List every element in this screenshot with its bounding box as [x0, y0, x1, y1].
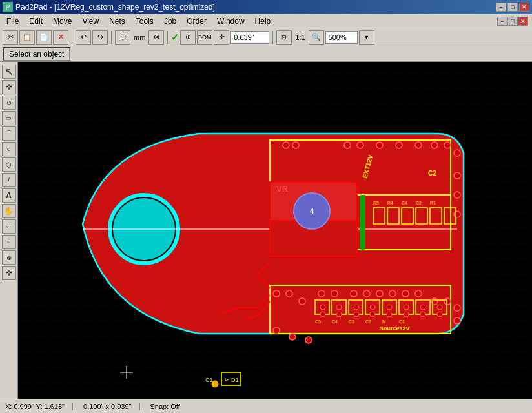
- separator-2: [111, 31, 112, 44]
- svg-point-60: [336, 305, 342, 310]
- menu-job[interactable]: Job: [159, 15, 181, 27]
- svg-point-79: [420, 312, 425, 317]
- svg-point-46: [331, 290, 338, 297]
- line-tool-button[interactable]: /: [2, 173, 16, 187]
- crosshair-button[interactable]: ✛: [214, 30, 229, 45]
- coordinates-label: X: 0.999" Y: 1.613": [5, 403, 65, 410]
- redo-button[interactable]: ↪: [92, 30, 108, 45]
- verify-button[interactable]: ⊕: [180, 30, 196, 45]
- hand-tool-button[interactable]: ✋: [2, 204, 16, 218]
- menu-move[interactable]: Move: [48, 15, 77, 27]
- svg-point-28: [454, 172, 460, 179]
- canvas-area[interactable]: 4 VR EXT12V C2: [18, 62, 532, 399]
- svg-point-24: [415, 142, 422, 148]
- svg-point-70: [404, 305, 409, 310]
- measure-tool-button[interactable]: ↔: [2, 219, 16, 234]
- undo-button[interactable]: ↩: [76, 30, 91, 45]
- drill-size-input[interactable]: [230, 31, 269, 44]
- separator-1: [72, 31, 72, 44]
- svg-point-54: [444, 298, 451, 305]
- arc-tool-button[interactable]: ⌒: [2, 126, 16, 141]
- svg-text:R4: R4: [387, 201, 393, 205]
- zoom-dropdown-button[interactable]: ▼: [359, 30, 374, 45]
- bom-button[interactable]: BOM: [197, 30, 212, 45]
- menu-window[interactable]: Window: [212, 15, 250, 27]
- circle-tool-button[interactable]: ○: [2, 142, 16, 156]
- svg-point-27: [454, 150, 460, 156]
- paste-button[interactable]: 📄: [36, 30, 52, 45]
- menu-order[interactable]: Order: [181, 15, 212, 27]
- delete-button[interactable]: ✕: [53, 30, 68, 45]
- menu-edit[interactable]: Edit: [24, 15, 48, 27]
- status-bar-bottom: X: 0.999" Y: 1.613" 0.100" x 0.039" Snap…: [0, 399, 532, 413]
- select-object-button[interactable]: Select an object: [3, 47, 70, 61]
- zoom-magnify-button[interactable]: 🔍: [309, 30, 324, 45]
- svg-point-76: [370, 312, 375, 317]
- svg-text:C4: C4: [402, 201, 407, 205]
- toolbar: ✂ 📋 📄 ✕ ↩ ↪ ⊞ mm ⊗ ✓ ⊕ BOM ✛ ⊡ 1:1 🔍 ▼: [0, 28, 532, 46]
- rect-tool-button[interactable]: ▭: [2, 111, 16, 125]
- svg-point-50: [389, 290, 396, 297]
- minimize-button[interactable]: −: [496, 3, 506, 12]
- zoom-fit-button[interactable]: ⊡: [276, 30, 292, 45]
- cursor-tool-button[interactable]: ✛: [2, 266, 16, 280]
- pcb-canvas: 4 VR EXT12V C2: [18, 62, 532, 399]
- svg-point-21: [357, 142, 363, 148]
- menu-view[interactable]: View: [77, 15, 104, 27]
- doc-close-button[interactable]: ✕: [518, 17, 528, 26]
- svg-point-52: [415, 290, 422, 297]
- maximize-button[interactable]: □: [507, 3, 518, 12]
- menu-help[interactable]: Help: [250, 15, 276, 27]
- svg-text:R5: R5: [373, 201, 379, 205]
- svg-point-23: [396, 142, 402, 148]
- menu-tools[interactable]: Tools: [130, 15, 159, 27]
- svg-text:4: 4: [310, 207, 314, 215]
- close-button[interactable]: ✕: [519, 3, 529, 12]
- copy-button[interactable]: 📋: [19, 30, 35, 45]
- svg-text:C2: C2: [416, 201, 422, 205]
- layer-tool-button[interactable]: ≡: [2, 235, 16, 249]
- units-label: mm: [132, 34, 147, 41]
- drill-button[interactable]: ⊗: [148, 30, 164, 45]
- svg-point-68: [370, 305, 375, 310]
- svg-point-48: [363, 290, 370, 297]
- svg-point-93: [273, 327, 280, 334]
- svg-point-29: [454, 192, 460, 198]
- menu-file[interactable]: File: [1, 15, 24, 27]
- main-area: ↖ ✛ ↺ ▭ ⌒ ○ ⬡ / A ✋ ↔ ≡ ⊕ ✛: [0, 62, 532, 399]
- svg-text:C2: C2: [428, 170, 436, 177]
- svg-point-43: [286, 290, 292, 297]
- svg-point-59: [320, 305, 325, 310]
- svg-point-95: [305, 337, 312, 343]
- svg-text:C3: C3: [349, 319, 354, 324]
- svg-point-92: [212, 381, 218, 387]
- move-tool-button[interactable]: ✛: [2, 80, 16, 94]
- rotate-tool-button[interactable]: ↺: [2, 96, 16, 110]
- svg-text:C5: C5: [315, 319, 321, 324]
- svg-text:VR: VR: [276, 184, 289, 194]
- select-tool-button[interactable]: ↖: [2, 65, 16, 79]
- svg-point-26: [444, 142, 451, 148]
- svg-text:C1: C1: [205, 377, 213, 383]
- zoom-ratio-label: 1:1: [293, 34, 307, 41]
- doc-minimize-button[interactable]: −: [497, 17, 507, 26]
- svg-point-49: [376, 290, 383, 297]
- svg-point-18: [283, 142, 289, 148]
- svg-point-55: [454, 305, 460, 311]
- polygon-tool-button[interactable]: ⬡: [2, 157, 16, 172]
- snap-label: Snap: Off: [150, 403, 180, 410]
- svg-text:Source12V: Source12V: [380, 325, 410, 332]
- status-bar-top: Select an object: [0, 46, 532, 62]
- drill-tool-button[interactable]: ⊕: [2, 250, 16, 265]
- svg-point-75: [354, 312, 359, 317]
- menu-bar: File Edit Move View Nets Tools Job Order…: [0, 14, 532, 28]
- svg-point-71: [420, 305, 425, 310]
- zoom-input[interactable]: [325, 31, 358, 44]
- text-tool-button[interactable]: A: [2, 188, 16, 203]
- svg-point-20: [344, 142, 351, 148]
- menu-nets[interactable]: Nets: [104, 15, 130, 27]
- doc-maximize-button[interactable]: □: [507, 17, 518, 26]
- svg-point-56: [454, 317, 460, 324]
- cut-button[interactable]: ✂: [3, 30, 18, 45]
- grid-button[interactable]: ⊞: [115, 30, 130, 45]
